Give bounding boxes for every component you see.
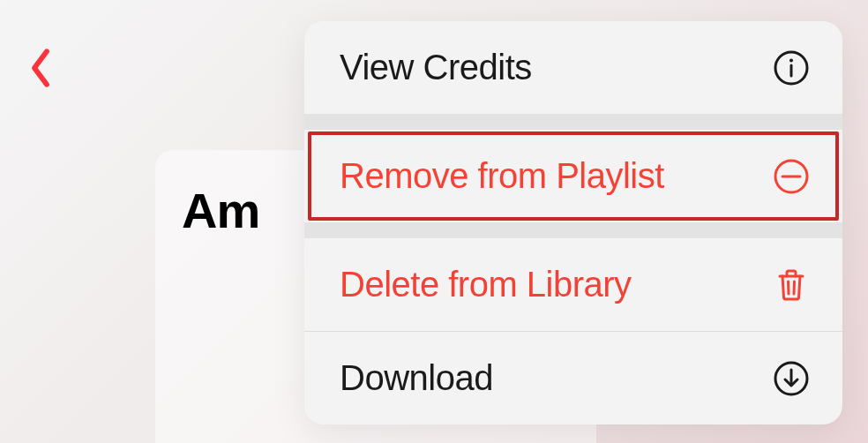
menu-item-label: View Credits <box>340 48 532 87</box>
menu-item-download[interactable]: Download <box>304 332 842 424</box>
remove-circle-icon <box>772 157 811 196</box>
menu-separator <box>304 222 842 238</box>
menu-item-label: Delete from Library <box>340 265 632 304</box>
menu-item-remove-from-playlist[interactable]: Remove from Playlist <box>304 130 842 222</box>
menu-item-view-credits[interactable]: View Credits <box>304 21 842 114</box>
trash-icon <box>772 266 811 304</box>
info-icon <box>772 49 811 87</box>
chevron-left-icon <box>28 47 53 93</box>
svg-line-6 <box>794 282 795 294</box>
svg-line-5 <box>789 282 789 294</box>
context-menu: View Credits Remove from Playlist Delete… <box>304 21 842 424</box>
download-icon <box>772 359 811 398</box>
back-button[interactable] <box>19 49 62 91</box>
menu-item-label: Remove from Playlist <box>340 156 664 196</box>
menu-item-delete-from-library[interactable]: Delete from Library <box>304 238 842 331</box>
menu-item-label: Download <box>340 358 493 398</box>
svg-point-1 <box>789 58 793 62</box>
menu-separator <box>304 114 842 130</box>
